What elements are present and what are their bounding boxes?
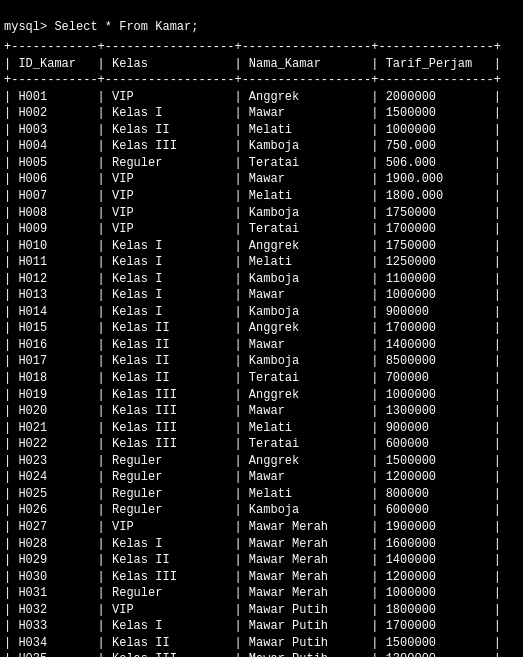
terminal-window: mysql> Select * From Kamar;: [0, 0, 523, 37]
prompt-line: mysql> Select * From Kamar;: [4, 20, 198, 34]
table-output: +------------+------------------+-------…: [0, 37, 523, 657]
